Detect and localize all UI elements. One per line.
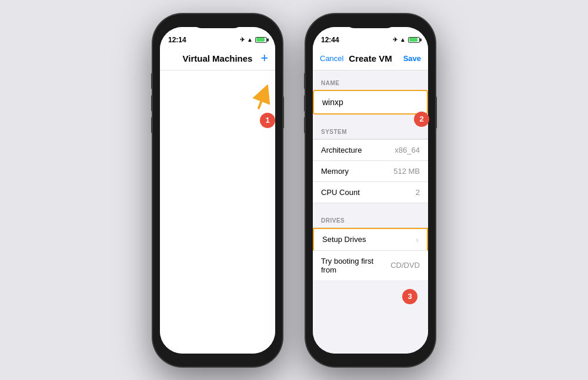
badge-2: 2 [414,112,429,127]
name-input-field[interactable] [322,97,419,107]
status-time-1: 12:14 [168,36,186,44]
status-time-2: 12:44 [321,36,339,44]
status-icons-1: ✈ ▲ [240,36,267,43]
battery-icon [255,37,267,43]
cpu-count-row[interactable]: CPU Count 2 [313,182,428,203]
volume-up-button-2[interactable] [304,73,306,89]
add-vm-button[interactable]: + [260,52,268,65]
try-booting-label: Try booting first from [321,257,390,274]
screen-1: 12:14 ✈ ▲ Virtual Machines + [160,27,275,354]
memory-value: 512 MB [393,167,420,176]
notch-2 [344,14,397,28]
nav-bar-1: Virtual Machines + [160,47,275,70]
system-section-label: SYSTEM [313,119,428,139]
silent-switch[interactable] [151,117,153,133]
save-button[interactable]: Save [403,54,421,63]
phone-1: 12:14 ✈ ▲ Virtual Machines + 1 [153,14,282,366]
nav-bar-2: Cancel Create VM Save [313,47,428,70]
drives-section-label: DRIVES [313,208,428,227]
create-vm-content: NAME SYSTEM Architecture x86_64 Memory 5… [313,70,428,354]
status-bar-1: 12:14 ✈ ▲ [160,27,275,47]
volume-up-button[interactable] [151,73,153,89]
silent-switch-2[interactable] [304,117,306,133]
architecture-value: x86_64 [395,146,420,154]
chevron-icon: › [416,235,419,244]
try-booting-row[interactable]: Try booting first from CD/DVD [313,251,428,280]
status-bar-2: 12:44 ✈ ▲ [313,27,428,47]
setup-drives-row[interactable]: Setup Drives › [313,228,428,251]
airplane-icon: ✈ [240,36,245,43]
power-button-2[interactable] [435,96,437,129]
architecture-row[interactable]: Architecture x86_64 [313,139,428,161]
phone-2: 12:44 ✈ ▲ Cancel Create VM Save NAME SYS… [306,14,435,366]
name-section-label: NAME [313,70,428,90]
notch [191,14,244,28]
setup-drives-label: Setup Drives [322,235,366,244]
try-booting-value: CD/DVD [390,261,420,270]
memory-row[interactable]: Memory 512 MB [313,161,428,182]
wifi-icon: ▲ [247,36,253,43]
status-icons-2: ✈ ▲ [393,36,420,43]
volume-down-button-2[interactable] [304,95,306,112]
power-button[interactable] [282,96,284,129]
nav-title-2: Create VM [349,53,392,63]
cpu-count-label: CPU Count [321,188,360,197]
wifi-icon-2: ▲ [400,36,406,43]
name-input-row[interactable] [313,90,428,115]
memory-label: Memory [321,167,349,176]
arrow-1 [238,85,270,119]
svg-line-1 [259,93,265,108]
screen-2: 12:44 ✈ ▲ Cancel Create VM Save NAME SYS… [313,27,428,354]
cancel-button[interactable]: Cancel [320,54,343,63]
battery-icon-2 [408,37,420,43]
badge-3: 3 [402,289,417,304]
volume-down-button[interactable] [151,95,153,112]
cpu-count-value: 2 [416,188,420,197]
airplane-icon-2: ✈ [393,36,397,43]
nav-title-1: Virtual Machines [183,53,253,63]
architecture-label: Architecture [321,146,362,154]
